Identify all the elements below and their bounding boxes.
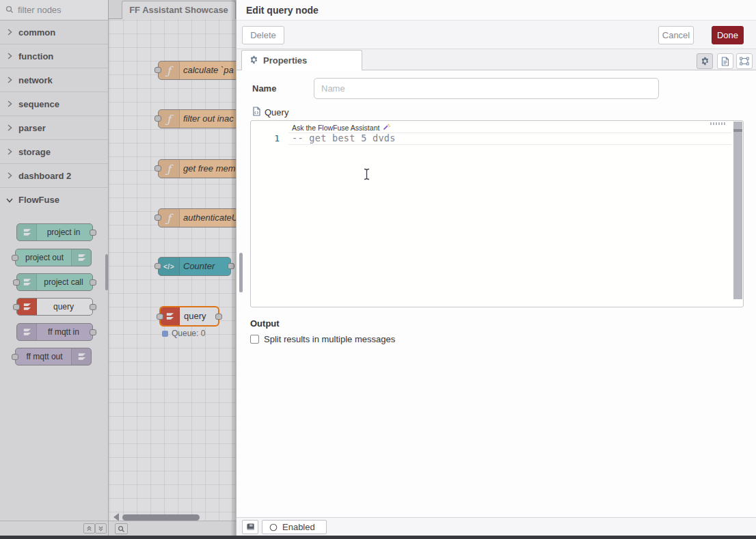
input-port[interactable] <box>12 354 18 360</box>
split-results-label: Split results in multiple messages <box>264 334 395 344</box>
output-port[interactable] <box>215 314 222 320</box>
counter-node[interactable]: </> Counter <box>158 257 231 276</box>
editor-line-separator <box>288 144 731 145</box>
flowfuse-query-icon <box>161 307 180 325</box>
input-port[interactable] <box>154 67 161 73</box>
query-field-label: Query <box>252 107 288 118</box>
palette-category-network[interactable]: network <box>0 68 108 92</box>
object-group-icon <box>740 57 749 66</box>
palette-node-project-in[interactable]: project in <box>16 223 93 241</box>
output-port[interactable] <box>228 263 234 269</box>
input-port[interactable] <box>154 115 161 122</box>
collapse-all-button[interactable] <box>83 523 95 534</box>
output-port[interactable] <box>90 230 96 236</box>
split-results-row: Split results in multiple messages <box>250 334 395 344</box>
expand-all-button[interactable] <box>95 523 107 534</box>
status-text: Queue: 0 <box>172 329 205 338</box>
palette-node-project-call[interactable]: project call <box>16 273 93 291</box>
search-icon <box>5 4 14 16</box>
function-node-getfreemem[interactable]: ƒ get free mem <box>158 159 236 178</box>
chevron-down-icon <box>6 197 13 203</box>
magnifier-icon <box>118 525 125 533</box>
palette-category-flowfuse[interactable]: FlowFuse <box>0 188 108 212</box>
delete-button[interactable]: Delete <box>242 26 284 44</box>
palette-category-dashboard2[interactable]: dashboard 2 <box>0 164 108 188</box>
function-node-filter[interactable]: ƒ filter out inac <box>158 109 236 128</box>
tray-header: Edit query node <box>237 0 756 20</box>
output-port[interactable] <box>90 304 96 310</box>
line-number: 1 <box>267 133 280 143</box>
function-node-authenticate[interactable]: ƒ authenticateU <box>158 208 236 227</box>
palette-node-project-out[interactable]: project out <box>15 249 92 266</box>
chevron-right-icon <box>7 100 12 107</box>
palette-node-ff-mqtt-in[interactable]: ff mqtt in <box>16 323 93 341</box>
function-node-calculate[interactable]: ƒ calculate `pa <box>158 61 236 80</box>
name-label: Name <box>252 83 276 94</box>
split-results-checkbox[interactable] <box>250 335 259 344</box>
description-tab-button[interactable] <box>717 53 733 69</box>
circle-icon <box>269 523 278 531</box>
chevron-right-icon <box>7 148 12 155</box>
cancel-button[interactable]: Cancel <box>658 26 694 44</box>
input-port[interactable] <box>12 255 18 261</box>
input-port[interactable] <box>154 215 161 221</box>
palette-category-common[interactable]: common <box>0 20 108 44</box>
palette-scrollbar[interactable] <box>105 254 108 290</box>
tray-title: Edit query node <box>246 5 319 16</box>
input-port[interactable] <box>13 279 20 286</box>
double-chevron-up-icon <box>86 525 92 531</box>
palette-node-query[interactable]: query <box>16 298 93 316</box>
flow-workspace[interactable]: FF Assistant Showcase ƒ calculate `pa ƒ … <box>109 0 236 539</box>
edit-node-tray: Edit query node Delete Cancel Done Prope… <box>236 0 756 539</box>
palette-search-placeholder: filter nodes <box>18 5 62 15</box>
query-node-selected[interactable]: query <box>159 306 219 327</box>
tray-footer: Enabled <box>237 517 756 536</box>
input-port[interactable] <box>154 263 161 269</box>
done-button[interactable]: Done <box>712 26 744 44</box>
function-icon: ƒ <box>159 61 180 79</box>
gear-icon <box>701 57 710 66</box>
input-port[interactable] <box>13 304 20 310</box>
docs-button[interactable] <box>242 520 258 534</box>
bottom-edge-strip <box>0 536 756 539</box>
zoom-search-button[interactable] <box>115 523 128 534</box>
chevron-right-icon <box>7 172 12 179</box>
properties-tab-button[interactable] <box>697 53 713 69</box>
horizontal-scrollbar[interactable] <box>122 514 200 521</box>
tray-resize-handle[interactable] <box>239 253 243 292</box>
editor-scrollbar[interactable] <box>733 122 742 299</box>
tray-toolbar: Delete Cancel Done <box>237 20 756 49</box>
status-dot-icon <box>162 331 168 337</box>
flow-tab[interactable]: FF Assistant Showcase <box>122 1 236 19</box>
output-port[interactable] <box>90 279 96 286</box>
assistant-hint[interactable]: Ask the FlowFuse Assistant <box>292 123 390 133</box>
input-port[interactable] <box>154 165 161 171</box>
palette-category-parser[interactable]: parser <box>0 116 108 140</box>
document-icon <box>721 57 729 66</box>
sql-code-editor[interactable]: Ask the FlowFuse Assistant 1 -- get best… <box>250 120 744 307</box>
palette-footer <box>0 521 108 536</box>
chevron-right-icon <box>7 124 12 131</box>
editor-minimap <box>710 122 727 125</box>
book-icon <box>246 523 255 531</box>
palette-category-storage[interactable]: storage <box>0 140 108 164</box>
output-port[interactable] <box>90 329 96 335</box>
tab-properties[interactable]: Properties <box>241 50 362 70</box>
palette-search-box[interactable]: filter nodes <box>0 0 108 20</box>
tab-properties-label: Properties <box>263 55 307 66</box>
chevron-right-icon <box>7 77 12 83</box>
code-line: -- get best 5 dvds <box>292 133 396 143</box>
palette-category-sequence[interactable]: sequence <box>0 92 108 116</box>
flowfuse-query-icon <box>17 299 37 315</box>
palette-node-ff-mqtt-out[interactable]: ff mqtt out <box>15 348 92 365</box>
node-red-app: filter nodes common function network seq… <box>0 0 756 539</box>
palette-category-function[interactable]: function <box>0 44 108 68</box>
input-port[interactable] <box>157 314 163 320</box>
appearance-tab-button[interactable] <box>736 53 753 69</box>
name-input[interactable] <box>314 78 659 99</box>
chevron-right-icon <box>7 53 12 59</box>
flowfuse-icon <box>17 324 37 340</box>
magic-wand-icon <box>382 123 390 133</box>
enabled-label: Enabled <box>282 522 315 532</box>
enabled-toggle-button[interactable]: Enabled <box>262 520 327 534</box>
